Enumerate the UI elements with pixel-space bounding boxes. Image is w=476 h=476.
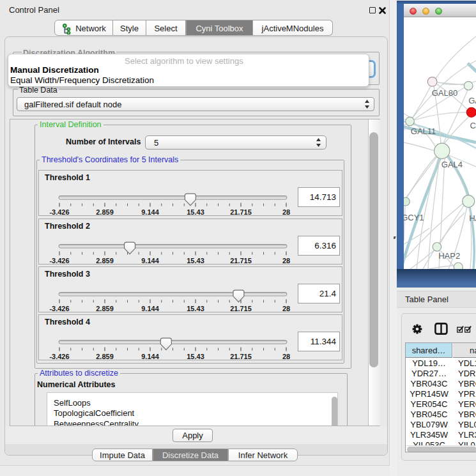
- svg-text:CA: CA: [470, 121, 476, 130]
- svg-text:2.859: 2.859: [96, 305, 114, 312]
- svg-text:-3.426: -3.426: [49, 305, 69, 312]
- svg-text:GAL80: GAL80: [432, 88, 457, 98]
- svg-text:2.859: 2.859: [96, 353, 114, 360]
- svg-text:-3.426: -3.426: [49, 208, 69, 216]
- svg-text:GA: GA: [468, 96, 476, 105]
- svg-text:GAL11: GAL11: [411, 127, 436, 136]
- svg-text:15.43: 15.43: [187, 353, 204, 360]
- svg-text:2.859: 2.859: [96, 208, 114, 216]
- svg-text:GCY1: GCY1: [404, 213, 424, 222]
- svg-text:28: 28: [282, 257, 290, 265]
- svg-text:15.43: 15.43: [187, 208, 204, 216]
- svg-text:21.715: 21.715: [230, 208, 252, 216]
- svg-text:HAP2: HAP2: [438, 251, 460, 261]
- svg-text:9.144: 9.144: [141, 257, 159, 265]
- svg-text:21.715: 21.715: [230, 305, 252, 312]
- svg-text:HA: HA: [469, 213, 476, 223]
- svg-text:-3.426: -3.426: [49, 257, 69, 265]
- svg-text:9.144: 9.144: [141, 353, 159, 360]
- svg-text:9.144: 9.144: [141, 305, 159, 312]
- svg-text:28: 28: [282, 305, 290, 312]
- svg-text:21.715: 21.715: [230, 257, 252, 265]
- svg-text:-3.426: -3.426: [49, 353, 69, 360]
- svg-text:28: 28: [282, 353, 290, 360]
- svg-text:15.43: 15.43: [187, 257, 204, 265]
- svg-text:9.144: 9.144: [141, 208, 159, 216]
- svg-text:28: 28: [282, 208, 290, 216]
- svg-text:21.715: 21.715: [230, 353, 252, 360]
- svg-text:GAL4: GAL4: [441, 160, 463, 169]
- svg-text:15.43: 15.43: [187, 305, 204, 312]
- svg-text:2.859: 2.859: [96, 257, 114, 265]
